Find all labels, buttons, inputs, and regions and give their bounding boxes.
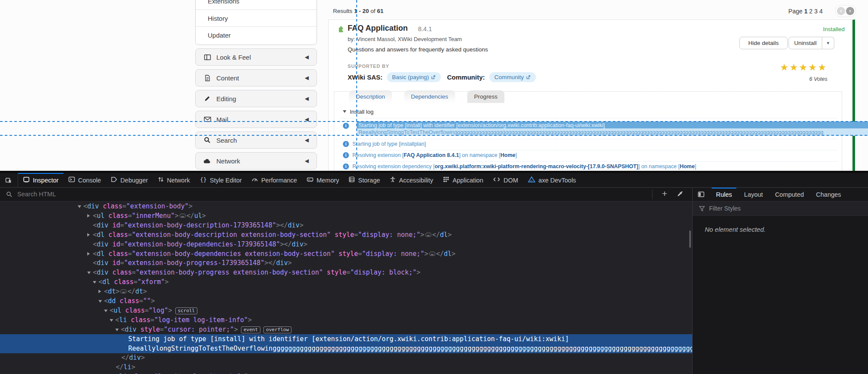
expanded-arrow-icon[interactable]	[98, 300, 102, 303]
markup-row[interactable]: <li class="log-item log-item-info">	[0, 315, 692, 325]
scroll-badge[interactable]: scroll	[175, 307, 198, 314]
markup-row[interactable]: <div style="cursor: pointer;">eventoverf…	[0, 325, 692, 334]
event-badge[interactable]: event	[241, 326, 260, 333]
markup-row[interactable]: <dl class="extension-body-description ex…	[0, 230, 692, 240]
devtools-tab-network[interactable]: Network	[153, 173, 195, 187]
sidebar-tabs: RulesLayoutComputedChanges	[693, 188, 868, 201]
devtools-tab-axe-devtools[interactable]: axaxe DevTools	[523, 173, 581, 187]
sidebar-tab-computed[interactable]: Computed	[769, 188, 810, 201]
document-icon	[203, 74, 211, 82]
filter-styles-bar[interactable]: Filter Styles	[693, 201, 868, 216]
tab-progress[interactable]: Progress	[467, 90, 504, 103]
devtools-tab-accessibility[interactable]: Accessibility	[385, 173, 438, 187]
page-numbers[interactable]: Page 1 2 3 4	[789, 8, 823, 15]
community-label: Community:	[447, 74, 485, 81]
devtools-tab-performance[interactable]: Performance	[247, 173, 302, 187]
tab-dependencies[interactable]: Dependencies	[404, 90, 455, 103]
tab-description[interactable]: Description	[349, 90, 392, 103]
results-count: Results 1 - 20 of 61	[333, 8, 383, 14]
collapse-arrow-icon: ◀	[305, 96, 309, 102]
eyedropper-icon[interactable]	[677, 191, 684, 199]
markup-row-selected[interactable]: Starting job of type [install] with iden…	[0, 334, 692, 344]
sidebar-item-extensions[interactable]: Extensions	[196, 0, 317, 10]
markup-scrollbar-thumb[interactable]	[689, 230, 691, 248]
devtools-tab-console[interactable]: Console	[63, 173, 106, 187]
log-separator	[341, 139, 837, 139]
devtools-tab-memory[interactable]: Memory	[302, 173, 344, 187]
rating-stars[interactable]: ★★★★★	[780, 62, 827, 73]
expanded-arrow-icon[interactable]	[78, 205, 81, 208]
expanded-arrow-icon[interactable]	[110, 319, 113, 322]
prev-page-button[interactable]: ‹	[837, 7, 845, 15]
markup-row[interactable]: </div>	[0, 353, 692, 362]
markup-row[interactable]: <div class="extension-body-progress exte…	[0, 268, 692, 277]
markup-row[interactable]: <dl class="extension-body-dependencies e…	[0, 249, 692, 259]
devtools-tab-application[interactable]: Application	[438, 173, 488, 187]
install-log-item[interactable]: iResolving extension [FAQ Application 8.…	[343, 151, 837, 160]
markup-row[interactable]: <div id="extension-body-progress-1739365…	[0, 258, 692, 268]
sidebar-item-history[interactable]: History	[196, 10, 317, 26]
vendor-link[interactable]: Basic (paying)	[387, 72, 441, 82]
columns-icon	[203, 53, 211, 61]
sidebar-item-network[interactable]: Network◀	[195, 152, 317, 169]
markup-row[interactable]: <dl class="xform">	[0, 277, 692, 287]
sidebar-item-content[interactable]: Content◀	[195, 69, 317, 86]
expanded-arrow-icon[interactable]	[93, 281, 96, 284]
uninstall-button[interactable]: Uninstall	[789, 37, 822, 49]
collapsed-arrow-icon[interactable]	[87, 233, 90, 237]
sidebar-tab-rules[interactable]: Rules	[710, 188, 738, 201]
markup-row[interactable]: <ul class="innerMenu">…</ul>	[0, 211, 692, 221]
inspector-guide-top	[0, 121, 868, 122]
community-link[interactable]: Community	[489, 72, 536, 82]
ellipsis-expander[interactable]: …	[425, 233, 431, 237]
overflow-badge[interactable]: overflow	[263, 326, 291, 333]
markup-row[interactable]: <ul class="log">scroll	[0, 306, 692, 315]
collapsed-arrow-icon[interactable]	[87, 214, 90, 217]
uninstall-dropdown-caret[interactable]: ▾	[822, 37, 834, 49]
devtools-tab-style-editor[interactable]: {}Style Editor	[195, 173, 247, 187]
sidebar-item-editing[interactable]: Editing◀	[195, 90, 317, 107]
collapsed-arrow-icon[interactable]	[98, 290, 101, 293]
add-node-icon[interactable]: +	[662, 189, 667, 199]
sidebar-item-updater[interactable]: Updater	[196, 26, 317, 43]
next-page-button[interactable]: ›	[846, 7, 854, 15]
hide-details-button[interactable]: Hide details	[739, 37, 788, 49]
devtools-tab-debugger[interactable]: Debugger	[106, 173, 153, 187]
markup-row[interactable]: <div id="extension-body-dependencies-173…	[0, 240, 692, 249]
sidebar-item-search[interactable]: Search◀	[195, 131, 317, 149]
selected-log-line2[interactable]: ReeallylongStringgToTestTheOverflowinggg…	[358, 129, 845, 135]
markup-row[interactable]: <li class="log-item log-item-info">	[0, 372, 692, 374]
install-log-item[interactable]: iResolving extension dependency [org.xwi…	[343, 163, 837, 171]
devtools-tab-storage[interactable]: Storage	[344, 173, 385, 187]
selected-log-line1[interactable]: Starting job of type [install] with iden…	[358, 122, 842, 128]
devtools-tab-dom[interactable]: DOM	[488, 173, 523, 187]
extension-description: Questions and answers for frequently ask…	[348, 46, 488, 53]
markup-row-selected[interactable]: ReeallylongStringgToTestTheOverflowinggg…	[0, 344, 692, 353]
markup-row[interactable]: <div class="extension-body">	[0, 201, 692, 211]
devtools-tab-inspector[interactable]: Inspector	[18, 173, 63, 187]
sidebar-tab-changes[interactable]: Changes	[810, 188, 847, 201]
devtools-toolbar: InspectorConsoleDebuggerNetwork{}Style E…	[0, 173, 868, 188]
markup-row[interactable]: <div id="extension-body-description-1739…	[0, 221, 692, 230]
expanded-arrow-icon[interactable]	[115, 329, 119, 331]
install-log-item[interactable]: iStarting job of type [installplan]	[343, 140, 837, 149]
expanded-arrow-icon[interactable]	[87, 272, 91, 274]
markup-search-bar[interactable]: Search HTML +	[0, 188, 692, 201]
install-log-header[interactable]: Install log	[343, 109, 374, 115]
markup-row[interactable]: <dd class="">	[0, 296, 692, 306]
sidebar-item-mail[interactable]: Mail◀	[195, 111, 317, 128]
pick-element-icon[interactable]	[0, 173, 18, 187]
ellipsis-expander[interactable]: …	[120, 289, 127, 294]
ellipsis-expander[interactable]: …	[429, 252, 435, 256]
sidebar-tab-layout[interactable]: Layout	[738, 188, 769, 201]
ellipsis-expander[interactable]: …	[180, 214, 186, 218]
expanded-arrow-icon[interactable]	[104, 310, 108, 312]
external-link-icon	[526, 75, 531, 80]
toggle-sidebar-icon[interactable]	[693, 192, 710, 198]
sidebar-item-look-feel[interactable]: Look & Feel◀	[195, 48, 317, 66]
collapse-arrow-icon: ◀	[305, 158, 309, 164]
markup-row[interactable]: <dt>…</dt>	[0, 287, 692, 296]
collapsed-arrow-icon[interactable]	[87, 252, 90, 256]
network-icon	[158, 176, 164, 184]
markup-row[interactable]: </li>	[0, 362, 692, 372]
